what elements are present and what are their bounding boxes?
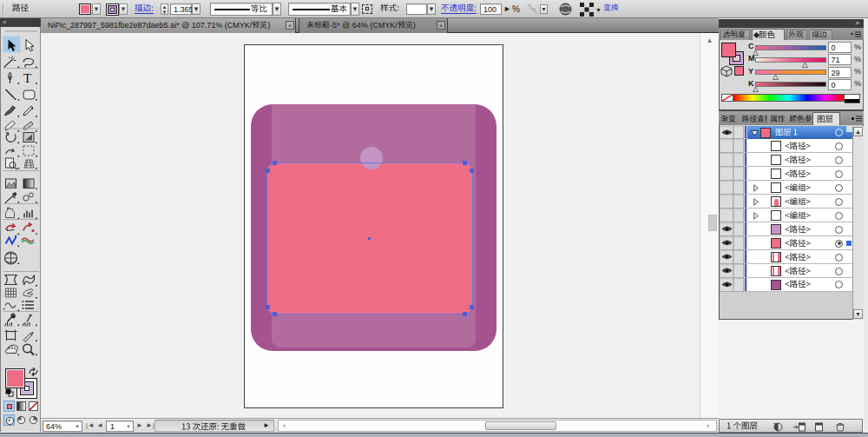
- svg-text:T: T: [23, 71, 31, 85]
